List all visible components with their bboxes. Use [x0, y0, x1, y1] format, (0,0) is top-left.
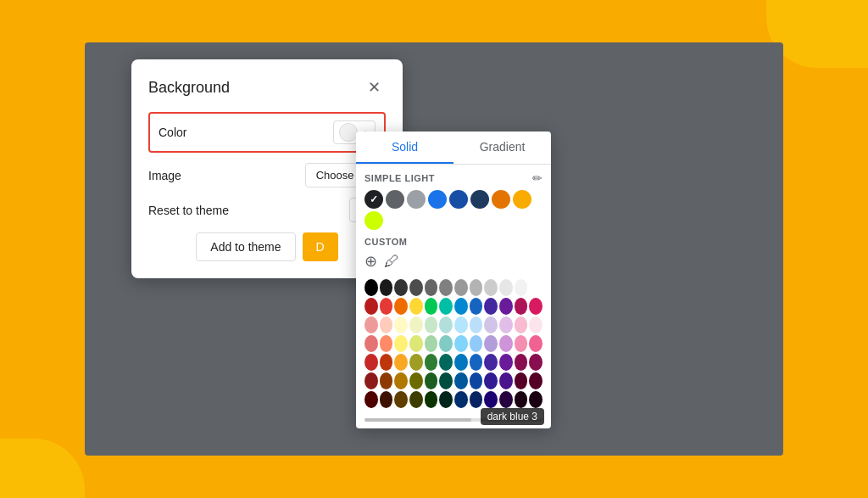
color-grid-dot[interactable]	[529, 298, 542, 315]
color-grid-dot[interactable]	[470, 316, 483, 333]
color-grid-dot[interactable]	[380, 391, 393, 408]
color-grid-dot[interactable]	[380, 335, 393, 352]
color-grid-dot[interactable]	[439, 391, 453, 408]
theme-color-dot[interactable]	[364, 211, 383, 230]
color-grid-dot[interactable]	[529, 316, 542, 333]
picker-scrollbar[interactable]	[364, 418, 542, 422]
color-grid-dot[interactable]	[425, 316, 438, 333]
color-grid-dot[interactable]	[470, 335, 483, 352]
color-grid-dot[interactable]	[499, 391, 513, 408]
color-grid-dot[interactable]	[515, 372, 528, 389]
color-grid-dot[interactable]	[499, 316, 513, 333]
color-grid-dot[interactable]	[380, 316, 393, 333]
color-grid-dot[interactable]	[425, 279, 438, 296]
done-button[interactable]: D	[303, 232, 338, 261]
tab-solid[interactable]: Solid	[356, 131, 453, 164]
color-grid-dot[interactable]	[499, 335, 513, 352]
color-grid-dot[interactable]	[425, 391, 438, 408]
theme-color-dot[interactable]	[492, 190, 510, 209]
color-grid-dot[interactable]	[364, 354, 378, 371]
color-grid-dot[interactable]	[364, 391, 378, 408]
color-grid-dot[interactable]	[409, 354, 423, 371]
color-grid-dot[interactable]	[454, 316, 468, 333]
color-grid-dot[interactable]	[394, 316, 408, 333]
color-grid-dot[interactable]	[380, 279, 393, 296]
add-to-theme-button[interactable]: Add to theme	[196, 232, 295, 261]
theme-color-dot[interactable]	[449, 190, 468, 209]
color-grid-dot[interactable]	[529, 335, 542, 352]
color-grid-dot[interactable]	[499, 372, 513, 389]
color-grid-dot[interactable]	[515, 391, 528, 408]
color-grid-dot[interactable]	[439, 335, 453, 352]
color-grid-dot[interactable]	[439, 316, 453, 333]
theme-color-dot[interactable]	[513, 190, 531, 209]
theme-color-dot[interactable]	[428, 190, 447, 209]
edit-icon[interactable]: ✏	[532, 171, 542, 185]
color-grid-dot[interactable]	[499, 279, 513, 296]
color-grid-dot[interactable]	[484, 354, 498, 371]
color-grid-dot[interactable]	[439, 354, 453, 371]
add-custom-color-button[interactable]: ⊕	[364, 252, 377, 271]
color-grid-dot[interactable]	[394, 298, 408, 315]
color-grid-dot[interactable]	[394, 335, 408, 352]
theme-color-dot[interactable]	[470, 190, 489, 209]
color-grid-dot[interactable]	[425, 298, 438, 315]
color-grid-dot[interactable]	[364, 335, 378, 352]
color-grid-dot[interactable]	[409, 391, 423, 408]
color-grid-dot[interactable]	[484, 372, 498, 389]
color-grid-dot[interactable]	[409, 372, 423, 389]
color-grid-dot[interactable]	[364, 279, 378, 296]
color-grid-dot[interactable]	[484, 335, 498, 352]
color-grid-dot[interactable]	[484, 391, 498, 408]
color-grid-dot[interactable]	[470, 279, 483, 296]
color-grid-dot[interactable]	[454, 354, 468, 371]
color-grid-dot[interactable]	[409, 279, 423, 296]
theme-color-dot[interactable]	[386, 190, 404, 209]
color-grid-dot[interactable]	[499, 354, 513, 371]
color-grid-dot[interactable]	[380, 354, 393, 371]
color-grid-dot[interactable]	[484, 316, 498, 333]
color-grid-dot[interactable]	[439, 279, 453, 296]
color-grid-dot[interactable]	[380, 298, 393, 315]
color-grid-dot[interactable]	[529, 354, 542, 371]
color-grid-dot[interactable]	[394, 279, 408, 296]
theme-color-dot[interactable]	[407, 190, 426, 209]
color-grid-dot[interactable]	[529, 372, 542, 389]
color-grid-dot[interactable]	[380, 372, 393, 389]
color-grid-dot[interactable]	[470, 354, 483, 371]
color-grid-dot[interactable]	[529, 279, 542, 296]
color-grid-dot[interactable]	[439, 298, 453, 315]
color-grid-dot[interactable]	[515, 335, 528, 352]
color-grid-dot[interactable]	[454, 298, 468, 315]
color-grid-dot[interactable]	[515, 298, 528, 315]
color-grid-dot[interactable]	[515, 316, 528, 333]
color-grid-dot[interactable]	[409, 298, 423, 315]
color-grid-dot[interactable]	[364, 316, 378, 333]
color-grid-dot[interactable]	[470, 298, 483, 315]
eyedropper-button[interactable]: 🖊	[384, 253, 399, 271]
color-grid-dot[interactable]	[364, 372, 378, 389]
color-grid-dot[interactable]	[515, 279, 528, 296]
tab-gradient[interactable]: Gradient	[453, 131, 551, 164]
color-grid-dot[interactable]	[454, 372, 468, 389]
close-button[interactable]: ✕	[363, 76, 386, 98]
color-grid-dot[interactable]	[484, 298, 498, 315]
color-grid-dot[interactable]	[499, 298, 513, 315]
color-grid-dot[interactable]	[529, 391, 542, 408]
theme-color-dot[interactable]	[364, 190, 383, 209]
color-grid-dot[interactable]	[454, 335, 468, 352]
color-grid-dot[interactable]	[394, 372, 408, 389]
color-grid-dot[interactable]	[515, 354, 528, 371]
color-grid-dot[interactable]	[425, 354, 438, 371]
color-grid-dot[interactable]	[439, 372, 453, 389]
color-grid-dot[interactable]	[454, 279, 468, 296]
color-grid-dot[interactable]	[394, 391, 408, 408]
color-grid-dot[interactable]	[364, 298, 378, 315]
color-grid-dot[interactable]	[454, 391, 468, 408]
color-grid-dot[interactable]	[409, 335, 423, 352]
color-grid-dot[interactable]	[394, 354, 408, 371]
color-grid-dot[interactable]	[470, 391, 483, 408]
color-grid-dot[interactable]	[484, 279, 498, 296]
color-grid-dot[interactable]	[425, 335, 438, 352]
color-grid-dot[interactable]	[470, 372, 483, 389]
